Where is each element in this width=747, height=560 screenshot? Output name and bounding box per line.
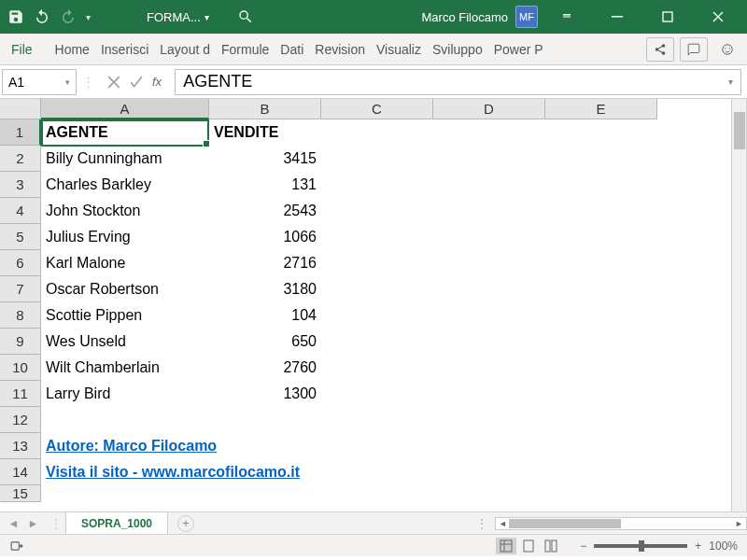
formula-input[interactable]: AGENTE ▾ — [175, 69, 741, 95]
cell[interactable]: 650 — [209, 329, 321, 355]
cell[interactable]: Charles Barkley — [41, 172, 209, 198]
share-button[interactable] — [646, 37, 674, 62]
cell[interactable]: 3415 — [209, 146, 321, 172]
cell[interactable]: 1300 — [209, 381, 321, 407]
row-header-8[interactable]: 8 — [0, 302, 40, 329]
column-header-C[interactable]: C — [321, 99, 433, 119]
row-header-14[interactable]: 14 — [0, 459, 40, 485]
tab-dati[interactable]: Dati — [275, 42, 309, 57]
row-header-13[interactable]: 13 — [0, 433, 40, 459]
row-header-11[interactable]: 11 — [0, 381, 40, 407]
cell[interactable]: 2716 — [209, 250, 321, 276]
column-header-B[interactable]: B — [209, 99, 321, 119]
row-header-5[interactable]: 5 — [0, 224, 40, 250]
cell[interactable]: Oscar Robertson — [41, 276, 209, 302]
cell[interactable]: John Stockton — [41, 198, 209, 224]
row-header-7[interactable]: 7 — [0, 276, 40, 302]
cell[interactable]: Billy Cunningham — [41, 146, 209, 172]
svg-point-3 — [725, 48, 726, 49]
zoom-out-button[interactable]: − — [580, 539, 586, 553]
qat-dropdown-icon[interactable]: ▾ — [86, 12, 91, 22]
cell[interactable]: Karl Malone — [41, 250, 209, 276]
search-icon[interactable] — [237, 8, 254, 25]
cell[interactable]: 2543 — [209, 198, 321, 224]
row-header-6[interactable]: 6 — [0, 250, 40, 276]
cell[interactable]: Wilt Chamberlain — [41, 355, 209, 381]
tab-power p[interactable]: Power P — [488, 42, 549, 57]
redo-icon[interactable] — [60, 8, 77, 25]
cell[interactable]: 3180 — [209, 276, 321, 302]
cell[interactable] — [41, 485, 209, 502]
cell[interactable]: 104 — [209, 302, 321, 329]
row-header-4[interactable]: 4 — [0, 198, 40, 224]
cell[interactable]: 1066 — [209, 224, 321, 250]
vertical-scrollbar[interactable] — [731, 99, 746, 511]
view-page-layout-button[interactable] — [518, 538, 539, 554]
row-header-10[interactable]: 10 — [0, 355, 40, 381]
row-header-3[interactable]: 3 — [0, 172, 40, 198]
add-sheet-button[interactable]: + — [177, 515, 194, 532]
tab-formule[interactable]: Formule — [216, 42, 275, 57]
table-row — [41, 407, 415, 433]
zoom-level[interactable]: 100% — [709, 539, 738, 553]
view-normal-button[interactable] — [496, 538, 516, 554]
minimize-button[interactable] — [596, 0, 639, 34]
help-button[interactable] — [713, 37, 741, 62]
enter-icon[interactable] — [130, 76, 143, 89]
formula-expand-icon[interactable]: ▾ — [728, 77, 733, 87]
zoom-in-button[interactable]: + — [695, 539, 701, 553]
ribbon-options-button[interactable] — [545, 0, 588, 34]
avatar[interactable]: MF — [515, 6, 538, 28]
view-page-break-button[interactable] — [541, 538, 561, 554]
cell[interactable]: Autore: Marco Filocamo — [41, 433, 415, 459]
sheet-nav-arrows[interactable]: ◄► — [0, 517, 47, 530]
undo-icon[interactable] — [34, 8, 50, 25]
cell[interactable]: VENDITE — [209, 119, 321, 146]
cancel-icon[interactable] — [107, 76, 120, 89]
cell[interactable]: Julius Erving — [41, 224, 209, 250]
name-box[interactable]: A1 ▾ — [2, 69, 77, 95]
tab-home[interactable]: Home — [49, 42, 95, 57]
column-header-A[interactable]: A — [41, 99, 209, 119]
cell[interactable] — [41, 407, 209, 433]
cell[interactable]: AGENTE — [41, 119, 209, 146]
svg-rect-1 — [663, 12, 672, 21]
sheet-tab-active[interactable]: SOPRA_1000 — [65, 511, 168, 534]
cell[interactable] — [209, 407, 321, 433]
row-header-2[interactable]: 2 — [0, 146, 40, 172]
close-button[interactable] — [697, 0, 740, 34]
fx-icon[interactable]: fx — [152, 75, 162, 89]
tab-layout d[interactable]: Layout d — [154, 42, 216, 57]
svg-rect-5 — [11, 541, 19, 549]
column-header-D[interactable]: D — [433, 99, 545, 119]
row-header-9[interactable]: 9 — [0, 329, 40, 355]
cell[interactable]: Wes Unseld — [41, 329, 209, 355]
doc-menu-icon[interactable]: ▾ — [204, 12, 209, 22]
zoom-slider[interactable] — [594, 544, 687, 548]
row-header-12[interactable]: 12 — [0, 407, 40, 433]
chevron-down-icon[interactable]: ▾ — [65, 77, 70, 87]
tab-splitter[interactable]: ⋮ — [476, 517, 489, 530]
horizontal-scrollbar[interactable]: ◄ ► — [495, 517, 747, 530]
cell[interactable]: Scottie Pippen — [41, 302, 209, 329]
tab-file[interactable]: File — [6, 34, 38, 64]
tab-revision[interactable]: Revision — [309, 42, 371, 57]
cell[interactable]: 2760 — [209, 355, 321, 381]
select-all-corner[interactable] — [0, 99, 41, 119]
row-header-15[interactable]: 15 — [0, 485, 40, 502]
record-macro-icon[interactable] — [9, 539, 24, 553]
maximize-button[interactable] — [646, 0, 689, 34]
column-header-E[interactable]: E — [545, 99, 657, 119]
cell[interactable]: 131 — [209, 172, 321, 198]
row-header-1[interactable]: 1 — [0, 119, 41, 146]
tab-sviluppo[interactable]: Sviluppo — [427, 42, 488, 57]
cell[interactable]: Visita il sito - www.marcofilocamo.it — [41, 459, 415, 485]
cell[interactable]: Larry Bird — [41, 381, 209, 407]
sheet-tabs-bar: ◄► ⋮ SOPRA_1000 + ⋮ ◄ ► — [0, 511, 747, 534]
tab-visualiz[interactable]: Visualiz — [371, 42, 427, 57]
tab-inserisci[interactable]: Inserisci — [95, 42, 154, 57]
save-icon[interactable] — [7, 8, 24, 25]
comments-button[interactable] — [680, 37, 708, 62]
cells-grid[interactable]: AGENTEVENDITEBilly Cunningham3415Charles… — [41, 119, 415, 502]
svg-point-4 — [729, 48, 730, 49]
